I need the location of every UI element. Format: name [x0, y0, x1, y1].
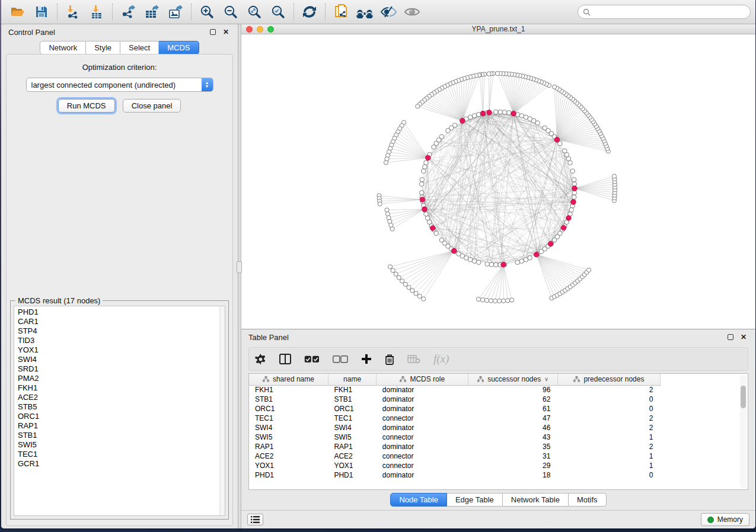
- delete-column-button[interactable]: [385, 354, 394, 365]
- close-table-panel-button[interactable]: ✕: [739, 332, 748, 342]
- network-window-titlebar[interactable]: YPA_prune.txt_1: [241, 24, 755, 34]
- tab-network[interactable]: Network: [40, 41, 86, 55]
- cell-predecessor-nodes: 1: [557, 432, 660, 442]
- table-row[interactable]: PHD1PHD1dominator180: [249, 470, 661, 480]
- column-header-MCDS-role[interactable]: MCDS role: [377, 374, 468, 385]
- node-table[interactable]: shared namenameMCDS rolesuccessor nodes∨…: [248, 373, 748, 490]
- table-row[interactable]: STB1STB1dominator620: [249, 395, 661, 404]
- cell-predecessor-nodes: 2: [557, 423, 660, 432]
- splitter-handle[interactable]: [237, 261, 242, 273]
- mcds-node-item[interactable]: YOX1: [18, 345, 225, 355]
- scrollbar-thumb[interactable]: [741, 386, 746, 408]
- zoom-in-button[interactable]: [195, 2, 219, 22]
- mcds-node-item[interactable]: SWI5: [18, 440, 225, 450]
- mcds-tab-content: Optimization criterion: largest connecte…: [6, 54, 233, 526]
- table-row[interactable]: RAP1RAP1dominator352: [249, 442, 661, 451]
- cell-shared-name: FKH1: [249, 385, 328, 395]
- zoom-in-icon: [200, 5, 214, 19]
- float-table-panel-button[interactable]: [726, 332, 735, 342]
- mcds-node-item[interactable]: GCR1: [18, 459, 225, 469]
- network-window-title: YPA_prune.txt_1: [241, 25, 755, 33]
- export-table-button[interactable]: [140, 2, 164, 22]
- deselect-all-button[interactable]: [333, 355, 348, 363]
- task-history-button[interactable]: [247, 514, 263, 525]
- mcds-node-item[interactable]: FKH1: [18, 383, 225, 393]
- tab-motifs[interactable]: Motifs: [569, 493, 607, 507]
- tab-node-table[interactable]: Node Table: [390, 493, 447, 507]
- table-row[interactable]: ORC1ORC1dominator610: [249, 404, 661, 414]
- cell-name: PHD1: [328, 470, 376, 480]
- mcds-node-item[interactable]: PHD1: [18, 307, 225, 317]
- float-panel-button[interactable]: [208, 27, 218, 37]
- mcds-node-item[interactable]: ORC1: [18, 412, 225, 421]
- cell-shared-name: YOX1: [249, 461, 328, 470]
- import-table-button[interactable]: [85, 2, 109, 22]
- mcds-node-item[interactable]: TEC1: [18, 450, 225, 459]
- column-visibility-button[interactable]: [279, 354, 291, 364]
- list-scrollbar[interactable]: [219, 306, 225, 515]
- tab-edge-table[interactable]: Edge Table: [447, 493, 503, 507]
- status-bar: Memory: [241, 510, 755, 528]
- mcds-node-item[interactable]: SRD1: [18, 364, 225, 374]
- mcds-node-item[interactable]: STB5: [18, 402, 225, 412]
- table-row[interactable]: SWI4SWI4dominator462: [249, 423, 661, 432]
- export-network-button[interactable]: [116, 2, 140, 22]
- memory-button[interactable]: Memory: [701, 513, 749, 526]
- import-network-icon: [66, 5, 80, 19]
- save-session-button[interactable]: [30, 2, 53, 22]
- export-image-icon: [168, 5, 183, 19]
- tab-network-table[interactable]: Network Table: [503, 493, 569, 507]
- zoom-out-button[interactable]: [219, 2, 243, 22]
- zoom-fit-button[interactable]: [243, 2, 266, 22]
- close-panel-button-mcds[interactable]: Close panel: [123, 99, 181, 113]
- tab-mcds[interactable]: MCDS: [159, 41, 199, 55]
- cell-name: FKH1: [328, 385, 376, 395]
- network-canvas[interactable]: [241, 34, 755, 329]
- mcds-node-item[interactable]: TID3: [18, 336, 225, 345]
- table-row[interactable]: SWI5SWI5connector431: [249, 432, 661, 442]
- select-all-button[interactable]: [304, 355, 320, 363]
- binoculars-button[interactable]: [353, 2, 377, 22]
- mcds-node-item[interactable]: STB1: [18, 431, 225, 440]
- open-file-button[interactable]: [6, 2, 30, 22]
- search-input[interactable]: [594, 8, 745, 16]
- apply-layout-icon: [302, 5, 317, 19]
- zoom-out-icon: [224, 5, 238, 19]
- export-image-button[interactable]: [164, 2, 187, 22]
- mcds-node-item[interactable]: PMA2: [18, 374, 225, 383]
- table-row[interactable]: ACE2ACE2connector311: [249, 451, 661, 461]
- gear-button[interactable]: [255, 354, 266, 365]
- cell-shared-name: ACE2: [249, 451, 328, 461]
- hide-style-button[interactable]: [377, 2, 400, 22]
- zoom-selected-button[interactable]: [266, 2, 290, 22]
- show-details-button[interactable]: [400, 2, 424, 22]
- search-field[interactable]: [578, 5, 751, 19]
- mcds-node-item[interactable]: ACE2: [18, 393, 225, 402]
- cell-successor-nodes: 62: [468, 395, 558, 404]
- mcds-node-item[interactable]: SWI4: [18, 355, 225, 364]
- apply-layout-button[interactable]: [298, 2, 321, 22]
- mcds-node-item[interactable]: RAP1: [18, 421, 225, 431]
- panel-splitter[interactable]: [238, 24, 241, 528]
- column-header-name[interactable]: name: [328, 374, 376, 385]
- mcds-result-list[interactable]: PHD1CAR1STP4TID3YOX1SWI4SRD1PMA2FKH1ACE2…: [14, 306, 225, 516]
- import-network-button[interactable]: [61, 2, 85, 22]
- table-row[interactable]: FKH1FKH1dominator962: [249, 385, 661, 395]
- column-header-predecessor-nodes[interactable]: predecessor nodes: [557, 374, 660, 385]
- network-from-selection-button[interactable]: [329, 2, 353, 22]
- hide-style-icon: [380, 5, 397, 18]
- mcds-node-item[interactable]: STP4: [18, 326, 225, 336]
- tab-select[interactable]: Select: [120, 41, 159, 55]
- column-header-successor-nodes[interactable]: successor nodes∨: [468, 374, 558, 385]
- mcds-node-item[interactable]: CAR1: [18, 317, 225, 326]
- close-panel-button[interactable]: ✕: [221, 27, 231, 37]
- table-row[interactable]: YOX1YOX1connector291: [249, 461, 661, 470]
- run-mcds-button[interactable]: Run MCDS: [58, 99, 115, 113]
- column-header-shared-name[interactable]: shared name: [249, 374, 328, 385]
- cell-predecessor-nodes: 1: [557, 451, 660, 461]
- add-column-button[interactable]: [361, 354, 372, 364]
- table-scrollbar[interactable]: [740, 375, 747, 488]
- table-row[interactable]: TEC1TEC1connector472: [249, 414, 661, 423]
- tab-style[interactable]: Style: [86, 41, 120, 55]
- optimization-criterion-select[interactable]: largest connected component (undirected)…: [26, 78, 213, 92]
